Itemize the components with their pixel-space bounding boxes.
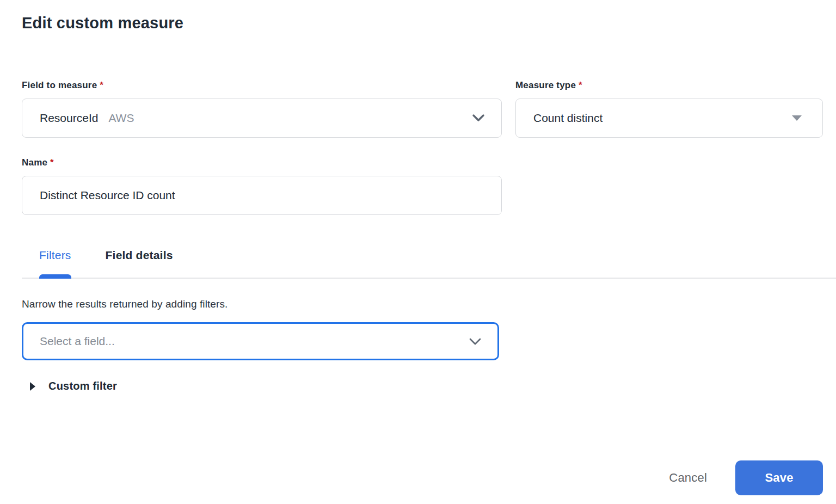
form-row-top: Field to measure* ResourceId AWS Measure…: [22, 80, 823, 138]
name-label: Name*: [22, 157, 502, 168]
cancel-button[interactable]: Cancel: [669, 471, 707, 485]
field-to-measure-group: Field to measure* ResourceId AWS: [22, 80, 502, 138]
edit-custom-measure-dialog: Edit custom measure Field to measure* Re…: [0, 0, 836, 504]
measure-type-select[interactable]: Count distinct: [515, 99, 823, 138]
measure-type-group: Measure type* Count distinct: [515, 80, 823, 138]
name-group: Name* Distinct Resource ID count: [22, 157, 502, 215]
page-title: Edit custom measure: [22, 14, 823, 32]
required-asterisk: *: [579, 80, 582, 90]
field-to-measure-value: ResourceId: [40, 112, 98, 125]
custom-filter-label: Custom filter: [48, 380, 117, 392]
tab-filters-label: Filters: [39, 249, 71, 261]
field-to-measure-select[interactable]: ResourceId AWS: [22, 99, 502, 138]
name-label-text: Name: [22, 157, 47, 168]
field-to-measure-source-tag: AWS: [108, 112, 134, 125]
filter-field-select-placeholder: Select a field...: [40, 335, 115, 348]
filter-field-select[interactable]: Select a field...: [22, 322, 499, 360]
required-asterisk: *: [50, 157, 54, 168]
chevron-down-icon: [468, 337, 482, 346]
field-to-measure-label-text: Field to measure: [22, 80, 97, 90]
field-to-measure-label: Field to measure*: [22, 80, 502, 91]
tab-field-details[interactable]: Field details: [106, 249, 173, 278]
tab-filters[interactable]: Filters: [39, 249, 71, 278]
measure-type-value: Count distinct: [533, 112, 603, 125]
required-asterisk: *: [100, 80, 103, 90]
chevron-down-icon: [471, 113, 486, 123]
tabs: Filters Field details: [22, 249, 823, 278]
measure-type-label: Measure type*: [515, 80, 823, 91]
filters-description: Narrow the results returned by adding fi…: [22, 298, 823, 310]
measure-type-label-text: Measure type: [515, 80, 576, 90]
caret-down-icon: [792, 115, 802, 121]
name-input[interactable]: Distinct Resource ID count: [22, 176, 502, 215]
save-button[interactable]: Save: [735, 460, 823, 495]
name-input-value: Distinct Resource ID count: [40, 189, 175, 202]
dialog-footer: Cancel Save: [22, 460, 823, 495]
caret-right-icon: [30, 382, 35, 391]
custom-filter-expander[interactable]: Custom filter: [22, 380, 823, 392]
tabs-divider: [22, 278, 836, 279]
active-tab-underline: [39, 274, 71, 279]
tab-field-details-label: Field details: [106, 249, 173, 261]
